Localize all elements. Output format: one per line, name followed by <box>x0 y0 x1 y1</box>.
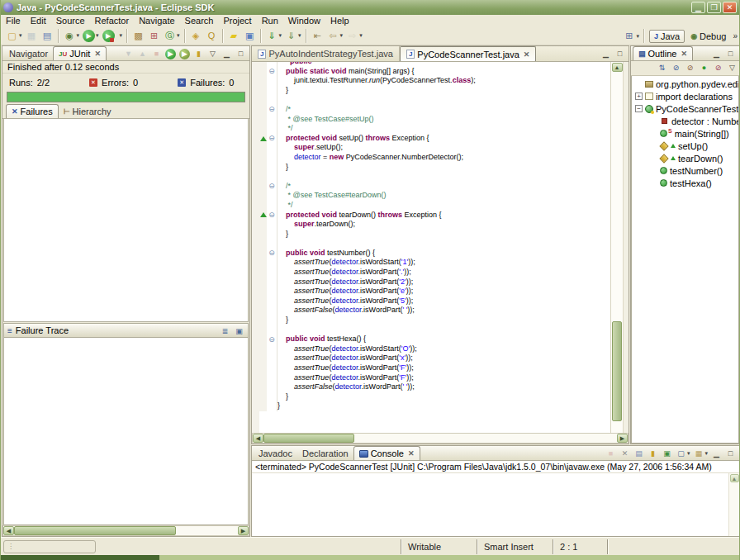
minimize-view-button[interactable]: ▁ <box>709 47 723 60</box>
close-window-button[interactable]: ✕ <box>723 2 737 13</box>
minimize-view-button[interactable]: ▁ <box>220 47 234 60</box>
next-failed-test-button[interactable]: ▼ <box>121 47 135 60</box>
scroll-right-button[interactable]: ▶ <box>238 526 249 535</box>
annotation-ruler[interactable] <box>252 62 259 433</box>
dropdown-arrow-icon[interactable]: ▾ <box>704 450 708 457</box>
code-line[interactable]: * @see TestCase#setUp() <box>259 115 610 125</box>
fold-margin-cell[interactable]: ⊖ <box>267 105 278 115</box>
hide-non-public-members-button[interactable]: ● <box>697 62 711 75</box>
debug-history-button[interactable]: ⇓▾ <box>283 27 303 44</box>
code-line[interactable]: assertFalse(detector.isWordPart(' ')); <box>259 306 610 316</box>
pin-console-button[interactable]: ▣ <box>660 447 674 460</box>
perspective-java-button[interactable]: JJava <box>649 30 685 43</box>
code-line[interactable]: assertTrue(detector.isWordPart('x')); <box>259 354 610 363</box>
search-button[interactable]: Q <box>204 27 220 44</box>
hide-static-members-button[interactable]: ⊘ <box>683 62 697 75</box>
dropdown-arrow-icon[interactable]: ▾ <box>340 32 344 39</box>
code-line[interactable]: ⊖ /* <box>259 105 610 115</box>
menu-window[interactable]: Window <box>283 16 325 26</box>
outline-item-teardown[interactable]: tearDown() <box>632 152 738 164</box>
collapse-icon[interactable]: ⊖ <box>268 68 275 75</box>
code-line[interactable]: } <box>259 392 610 402</box>
show-source-of-element-button[interactable]: ▣ <box>242 27 258 44</box>
menu-refactor[interactable]: Refactor <box>90 16 135 26</box>
code-line[interactable]: assertTrue(detector.isWordPart('5')); <box>259 297 610 306</box>
junit-horizontal-scrollbar[interactable]: ◀ ▶ <box>2 525 249 536</box>
scroll-thumb[interactable] <box>14 526 176 535</box>
run-external-tools-button[interactable]: ▶▾ <box>101 27 125 44</box>
dropdown-arrow-icon[interactable]: ▾ <box>19 32 22 39</box>
console-scrollbar[interactable]: ▲ <box>728 473 739 536</box>
open-perspective-button[interactable]: ⊞▾ <box>621 28 641 45</box>
close-icon[interactable]: ✕ <box>681 50 687 58</box>
rerun-failed-first-button[interactable]: ▶ <box>178 47 192 60</box>
code-line[interactable]: assertTrue(detector.isWordPart('2')); <box>259 278 610 287</box>
scroll-thumb[interactable] <box>263 434 354 443</box>
debug-button[interactable]: ◉▾ <box>62 27 82 44</box>
perspective-debug-button[interactable]: ◉Debug <box>686 31 730 42</box>
collapse-icon[interactable]: ⊖ <box>268 135 275 142</box>
fold-margin-cell[interactable]: ⊖ <box>267 249 278 259</box>
fold-margin-cell[interactable]: ⊖ <box>267 182 278 192</box>
console-output[interactable]: ▲ <box>252 473 739 536</box>
dropdown-arrow-icon[interactable]: ▾ <box>279 32 282 39</box>
outline-item-testnumber[interactable]: testNumber() <box>632 164 738 177</box>
code-line[interactable]: } <box>259 316 610 325</box>
perspective-overflow-chevron[interactable]: » <box>733 31 738 40</box>
fold-margin-cell[interactable]: ⊖ <box>267 211 278 221</box>
junit-tab-hierarchy[interactable]: Hierarchy <box>59 104 116 118</box>
compare-result-button[interactable]: ▣ <box>232 325 246 338</box>
code-line[interactable]: */ <box>259 124 610 134</box>
previous-failed-test-button[interactable]: ▲ <box>135 47 149 60</box>
close-icon[interactable]: ✕ <box>94 50 101 58</box>
view-menu-button[interactable]: ▽ <box>206 47 220 60</box>
code-editor[interactable]: public⊖ public static void main(String[]… <box>259 62 610 433</box>
menu-help[interactable]: Help <box>325 16 354 26</box>
outline-item-import-declarations[interactable]: +import declarations <box>632 90 738 102</box>
code-line[interactable]: super.tearDown(); <box>259 220 610 230</box>
stop-junit-run-button[interactable]: ■ <box>149 47 164 60</box>
terminate-button[interactable]: ■ <box>604 447 618 460</box>
display-selected-console-button[interactable]: ▢▾ <box>674 447 692 460</box>
code-line[interactable]: } <box>259 86 610 96</box>
new-java-package-button[interactable]: ⊞ <box>146 27 162 44</box>
outline-item-main-string[interactable]: Smain(String[]) <box>632 127 738 140</box>
menu-edit[interactable]: Edit <box>26 16 51 26</box>
menu-project[interactable]: Project <box>218 16 256 26</box>
code-line[interactable]: assertTrue(detector.isWordPart('F')); <box>259 373 610 383</box>
new-wizard-button[interactable]: ▢▾ <box>4 27 24 44</box>
code-line[interactable]: detector = new PyCodeScanner.NumberDetec… <box>259 153 610 163</box>
scroll-lock-console-button[interactable]: ▮ <box>646 447 660 460</box>
hide-local-types-button[interactable]: ⊘ <box>711 62 725 75</box>
clear-console-button[interactable]: ▤ <box>632 447 646 460</box>
menu-file[interactable]: File <box>1 16 26 26</box>
outline-item-pycodescannertest-1-2[interactable]: −PyCodeScannerTest 1.2 ( <box>632 102 738 115</box>
outline-tree[interactable]: org.python.pydev.editor+import declarati… <box>631 76 739 444</box>
view-tab-console[interactable]: Console✕ <box>353 446 420 460</box>
overview-ruler[interactable] <box>623 62 629 433</box>
maximize-view-button[interactable]: □ <box>723 47 738 60</box>
code-line[interactable] <box>259 95 610 105</box>
code-line[interactable]: ⊖ public void testNumber() { <box>259 249 610 259</box>
code-line[interactable]: ⊖ public static void main(String[] args)… <box>259 67 610 77</box>
collapse-icon[interactable]: ⊖ <box>268 336 275 344</box>
failure-trace-area[interactable] <box>3 338 249 525</box>
outline-item-setup[interactable]: setUp() <box>632 140 738 152</box>
maximize-view-button[interactable]: □ <box>234 47 248 60</box>
dropdown-arrow-icon[interactable]: ▾ <box>77 32 80 39</box>
failures-list[interactable] <box>3 119 249 322</box>
editor-tab-pycodescannertest-java[interactable]: PyCodeScannerTest.java✕ <box>400 46 537 61</box>
editor-vertical-scrollbar[interactable]: ▲ <box>610 62 623 433</box>
minimize-window-button[interactable]: ▁ <box>691 2 705 13</box>
remove-all-terminated-launches-button[interactable]: ✕ <box>618 447 632 460</box>
view-menu-button[interactable]: ▽ <box>725 62 739 75</box>
menu-navigate[interactable]: Navigate <box>134 16 179 26</box>
code-lines[interactable]: public⊖ public static void main(String[]… <box>259 62 610 433</box>
dropdown-arrow-icon[interactable]: ▾ <box>96 32 99 39</box>
code-line[interactable]: assertTrue(detector.isWordStart('O')); <box>259 344 610 354</box>
rerun-test-button[interactable]: ▶ <box>164 47 178 60</box>
close-icon[interactable]: ✕ <box>408 449 415 458</box>
code-line[interactable]: assertTrue(detector.isWordPart('e')); <box>259 287 610 297</box>
scroll-up-button[interactable]: ▲ <box>730 474 739 482</box>
dropdown-arrow-icon[interactable]: ▾ <box>177 32 180 39</box>
